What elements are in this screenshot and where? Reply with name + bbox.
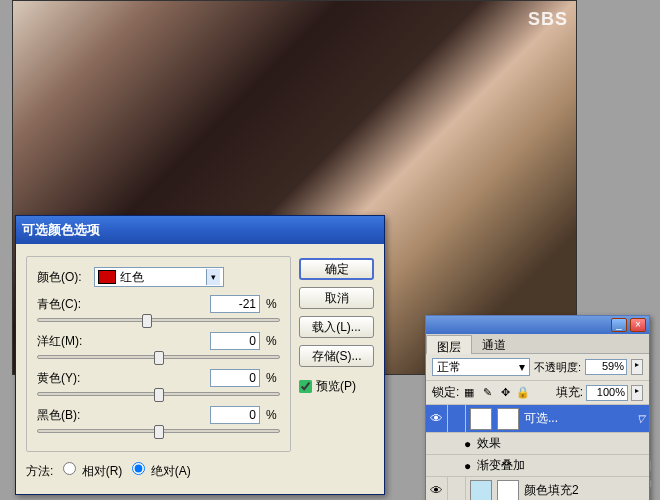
mask-thumb: [497, 408, 519, 430]
selective-color-dialog: 可选颜色选项 颜色(O): 红色 ▾ 青色(C):: [15, 215, 385, 495]
cyan-input[interactable]: [210, 295, 260, 313]
magenta-label: 洋红(M):: [37, 333, 93, 350]
lock-all-icon[interactable]: 🔒: [516, 386, 530, 400]
fill-flyout[interactable]: ▸: [631, 385, 643, 401]
save-button[interactable]: 存储(S)...: [299, 345, 374, 367]
tab-channels[interactable]: 通道: [472, 334, 516, 353]
lock-transparency-icon[interactable]: ▦: [462, 386, 476, 400]
color-dropdown[interactable]: 红色 ▾: [94, 267, 224, 287]
lock-brush-icon[interactable]: ✎: [480, 386, 494, 400]
cyan-label: 青色(C):: [37, 296, 93, 313]
opacity-label: 不透明度:: [534, 360, 581, 375]
watermark-sbs: SBS: [528, 9, 568, 30]
yellow-slider[interactable]: [37, 392, 280, 396]
chevron-down-icon: ▾: [206, 269, 220, 285]
minimize-icon[interactable]: _: [611, 318, 627, 332]
cyan-slider[interactable]: [37, 318, 280, 322]
magenta-input[interactable]: [210, 332, 260, 350]
load-button[interactable]: 载入(L)...: [299, 316, 374, 338]
black-label: 黑色(B):: [37, 407, 93, 424]
fill-label: 填充:: [556, 384, 583, 401]
yellow-label: 黄色(Y):: [37, 370, 93, 387]
dialog-titlebar[interactable]: 可选颜色选项: [16, 216, 384, 244]
color-label: 颜色(O):: [37, 269, 89, 286]
black-input[interactable]: [210, 406, 260, 424]
layer-gradient-overlay-row[interactable]: ● 渐变叠加: [426, 455, 649, 477]
opacity-input[interactable]: 59%: [585, 359, 627, 375]
visibility-icon[interactable]: 👁: [426, 405, 448, 432]
layer-color-fill-2[interactable]: 👁 颜色填充2: [426, 477, 649, 500]
layer-effects-row[interactable]: ● 效果: [426, 433, 649, 455]
tab-layers[interactable]: 图层: [426, 335, 472, 354]
ok-button[interactable]: 确定: [299, 258, 374, 280]
panel-titlebar[interactable]: _ ×: [426, 316, 649, 334]
mask-thumb: [497, 480, 519, 501]
lock-label: 锁定:: [432, 384, 459, 401]
color-swatch: [98, 270, 116, 284]
layers-panel: _ × 图层 通道 正常▾ 不透明度: 59% ▸ 锁定: ▦ ✎ ✥ 🔒 填充…: [425, 315, 650, 500]
fill-thumb: [470, 480, 492, 501]
visibility-icon[interactable]: 👁: [426, 477, 448, 500]
opacity-flyout[interactable]: ▸: [631, 359, 643, 375]
magenta-slider[interactable]: [37, 355, 280, 359]
effect-icon: ●: [464, 459, 471, 473]
adjustment-thumb: ◐: [470, 408, 492, 430]
method-label: 方法:: [26, 463, 53, 480]
yellow-input[interactable]: [210, 369, 260, 387]
preview-checkbox[interactable]: 预览(P): [299, 378, 374, 395]
fx-badge[interactable]: ▽: [637, 413, 645, 424]
black-slider[interactable]: [37, 429, 280, 433]
dialog-title: 可选颜色选项: [22, 221, 100, 239]
cancel-button[interactable]: 取消: [299, 287, 374, 309]
lock-move-icon[interactable]: ✥: [498, 386, 512, 400]
effects-icon: ●: [464, 437, 471, 451]
blend-mode-dropdown[interactable]: 正常▾: [432, 358, 530, 376]
absolute-radio[interactable]: 绝对(A): [132, 462, 190, 480]
relative-radio[interactable]: 相对(R): [63, 462, 122, 480]
layer-selective-color[interactable]: 👁 ◐ 可选... ▽: [426, 405, 649, 433]
chevron-down-icon: ▾: [519, 360, 525, 374]
fill-input[interactable]: 100%: [586, 385, 628, 401]
close-icon[interactable]: ×: [630, 318, 646, 332]
